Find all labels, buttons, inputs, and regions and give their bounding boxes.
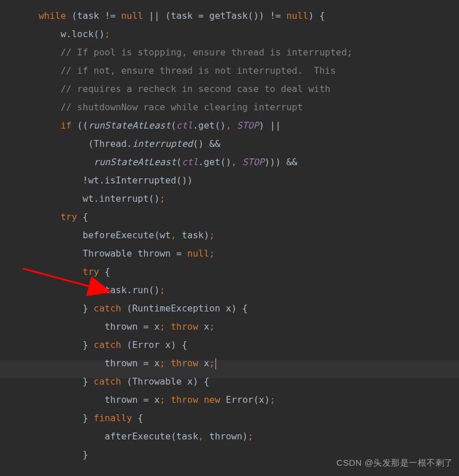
current-line-highlight (0, 360, 459, 378)
watermark-text: CSDN @头发那是一根不剩了 (337, 454, 453, 471)
comment-line: // requires a recheck in second case to … (61, 83, 330, 94)
comment-line: // if not, ensure thread is not interrup… (61, 65, 336, 76)
comment-line: // If pool is stopping, ensure thread is… (61, 47, 353, 58)
code-block: while (task != null || (task = getTask()… (0, 0, 459, 464)
kw-throw: throw (171, 321, 198, 332)
kw-new: new (203, 394, 220, 405)
kw-if: if (61, 120, 71, 131)
kw-throw: throw (171, 394, 198, 405)
kw-try: try (83, 266, 99, 277)
kw-while: while (38, 10, 66, 21)
kw-try: try (61, 211, 77, 222)
kw-catch: catch (94, 339, 121, 350)
kw-finally: finally (94, 413, 132, 423)
lit-null: null (286, 10, 309, 21)
kw-catch: catch (94, 303, 121, 314)
lit-null: null (121, 10, 143, 21)
comment-line: // shutdownNow race while clearing inter… (61, 102, 303, 113)
